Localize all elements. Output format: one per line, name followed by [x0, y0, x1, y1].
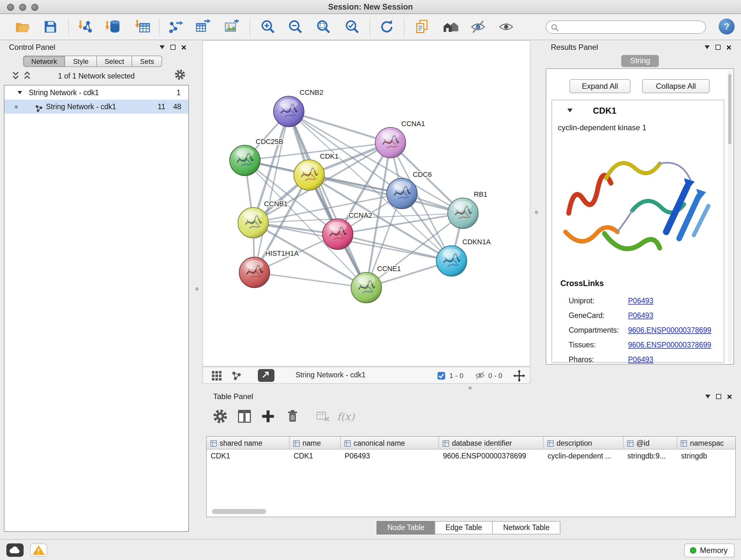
- node-RB1[interactable]: [448, 198, 478, 229]
- cloud-status-button[interactable]: [6, 543, 23, 557]
- network-options-gear-icon[interactable]: [174, 69, 186, 82]
- grid-view-icon[interactable]: [212, 371, 221, 382]
- hidden-eye-icon[interactable]: [475, 371, 485, 382]
- node-CDKN1A[interactable]: [436, 246, 467, 276]
- import-database-icon[interactable]: [105, 18, 122, 35]
- close-panel-icon[interactable]: ×: [726, 44, 731, 51]
- node-HIST1H1A[interactable]: [239, 257, 270, 288]
- table-cell[interactable]: stringdb: [677, 449, 736, 462]
- show-columns-icon[interactable]: [237, 409, 253, 425]
- zoom-selected-icon[interactable]: [344, 18, 360, 35]
- tab-network-table[interactable]: Network Table: [492, 521, 560, 535]
- table-cell[interactable]: P06493: [341, 449, 439, 462]
- collapse-all-icon[interactable]: [11, 71, 20, 82]
- memory-button[interactable]: Memory: [684, 543, 735, 557]
- table-cell[interactable]: CDK1: [290, 449, 341, 462]
- float-panel-icon[interactable]: [159, 45, 165, 49]
- maximize-panel-icon[interactable]: [716, 394, 721, 399]
- edge-CCNB2-CCNE1[interactable]: [289, 111, 366, 288]
- collection-expand-icon[interactable]: [17, 91, 22, 94]
- node-CCNB1[interactable]: [238, 207, 269, 238]
- column-header-canonical-name[interactable]: canonical name: [341, 437, 439, 449]
- results-scrollbar[interactable]: [728, 70, 732, 363]
- node-CCNB2[interactable]: [273, 96, 304, 127]
- zoom-fit-icon[interactable]: [315, 18, 332, 35]
- tab-sets[interactable]: Sets: [132, 56, 162, 67]
- export-image-icon[interactable]: [223, 18, 240, 35]
- search-input[interactable]: [562, 22, 701, 33]
- tab-select[interactable]: Select: [96, 56, 132, 67]
- delete-column-icon[interactable]: [285, 409, 301, 425]
- node-CCNA2[interactable]: [323, 219, 353, 250]
- crosslink-link[interactable]: P06493: [628, 356, 653, 363]
- zoom-window-icon[interactable]: [31, 3, 38, 10]
- refresh-view-icon[interactable]: [379, 18, 395, 35]
- warnings-button[interactable]: [30, 543, 47, 557]
- edge-CCNB2-CCNA1[interactable]: [289, 111, 391, 143]
- export-table-icon[interactable]: [195, 18, 211, 35]
- close-window-icon[interactable]: [7, 3, 14, 10]
- table-cell[interactable]: CDK1: [207, 449, 290, 462]
- crosslink-link[interactable]: 9606.ENSP00000378699: [628, 326, 711, 334]
- network-overview-icon[interactable]: [232, 371, 241, 382]
- node-CDC25B[interactable]: [230, 145, 260, 176]
- network-canvas[interactable]: CCNB2CCNA1CDC25BCDK1CDC6RB1CCNB1CCNA2CDK…: [202, 40, 530, 367]
- help-icon[interactable]: ?: [719, 18, 735, 35]
- table-cell[interactable]: stringdb:9...: [623, 449, 677, 462]
- edge-HIST1H1A-CCNE1[interactable]: [254, 272, 366, 288]
- open-session-icon[interactable]: [14, 18, 30, 35]
- zoom-out-icon[interactable]: [287, 18, 304, 35]
- crosslink-link[interactable]: 9606.ENSP00000378699: [628, 341, 711, 349]
- minimize-window-icon[interactable]: [19, 3, 26, 10]
- create-column-icon[interactable]: [260, 409, 277, 425]
- crosslink-link[interactable]: P06493: [628, 312, 653, 319]
- delete-table-icon[interactable]: [315, 409, 332, 425]
- table-horizontal-scrollbar[interactable]: [212, 509, 266, 514]
- column-header-namespac[interactable]: namespac: [677, 437, 736, 449]
- maximize-panel-icon[interactable]: [716, 45, 721, 50]
- tab-string[interactable]: String: [621, 55, 659, 67]
- close-panel-icon[interactable]: ×: [727, 393, 732, 400]
- table-cell[interactable]: 9606.ENSP00000378699: [439, 449, 544, 462]
- close-panel-icon[interactable]: ×: [181, 44, 186, 51]
- network-collection-row[interactable]: String Network - cdk1 1: [4, 85, 188, 100]
- network-graph[interactable]: CCNB2CCNA1CDC25BCDK1CDC6RB1CCNB1CCNA2CDK…: [203, 41, 530, 366]
- column-header-name[interactable]: name: [290, 437, 341, 449]
- node-CCNE1[interactable]: [351, 272, 382, 303]
- selected-checkbox-icon[interactable]: [437, 372, 446, 382]
- tab-network[interactable]: Network: [23, 56, 65, 67]
- show-hide-panel-icon[interactable]: [498, 18, 515, 35]
- save-session-icon[interactable]: [42, 18, 59, 35]
- expand-all-button[interactable]: Expand All: [569, 79, 630, 93]
- zoom-in-icon[interactable]: [260, 18, 276, 35]
- node-CDK1[interactable]: [294, 160, 325, 191]
- right-splitter-handle[interactable]: [535, 211, 538, 214]
- collapse-all-button[interactable]: Collapse All: [642, 79, 710, 93]
- node-CDC6[interactable]: [387, 178, 417, 209]
- tab-node-table[interactable]: Node Table: [377, 521, 435, 535]
- export-network-icon[interactable]: [167, 18, 184, 35]
- crosslink-link[interactable]: P06493: [628, 297, 653, 305]
- column-header-database-identifier[interactable]: database identifier: [439, 437, 544, 449]
- table-cell[interactable]: cyclin-dependent ...: [544, 449, 623, 462]
- open-in-window-button[interactable]: [258, 369, 274, 382]
- expand-all-icon[interactable]: [23, 71, 31, 82]
- maximize-panel-icon[interactable]: [171, 45, 176, 50]
- column-header--id[interactable]: @id: [623, 437, 677, 449]
- collapse-gene-icon[interactable]: [567, 109, 572, 112]
- bottom-splitter-handle[interactable]: [468, 386, 472, 389]
- column-header-description[interactable]: description: [544, 437, 623, 449]
- left-splitter-handle[interactable]: [195, 287, 199, 291]
- node-CCNA1[interactable]: [375, 127, 406, 158]
- column-header-shared-name[interactable]: shared name: [207, 437, 290, 449]
- copy-icon[interactable]: [414, 18, 430, 35]
- tab-edge-table[interactable]: Edge Table: [434, 521, 493, 535]
- home-layout-icon[interactable]: [442, 18, 459, 35]
- import-table-icon[interactable]: [135, 18, 151, 35]
- tab-style[interactable]: Style: [65, 56, 97, 67]
- hide-graphics-details-icon[interactable]: [470, 18, 486, 35]
- table-options-gear-icon[interactable]: [212, 409, 229, 425]
- import-network-icon[interactable]: [78, 18, 94, 35]
- float-panel-icon[interactable]: [705, 395, 711, 398]
- function-builder-icon[interactable]: f(x): [337, 411, 354, 427]
